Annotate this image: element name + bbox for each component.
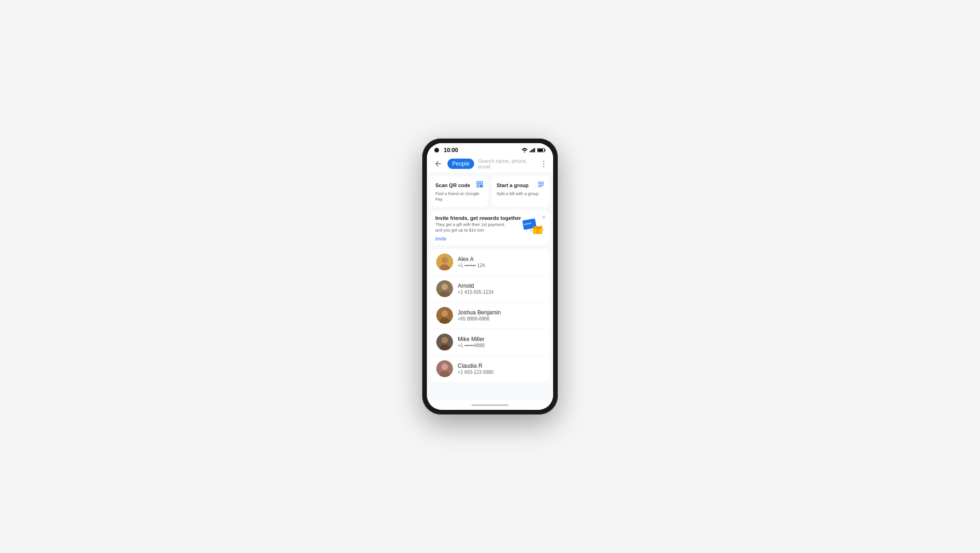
svg-rect-4 xyxy=(534,148,535,153)
battery-icon xyxy=(537,148,546,153)
home-indicator xyxy=(427,400,553,410)
svg-point-31 xyxy=(441,284,448,290)
avatar xyxy=(436,280,453,297)
scan-qr-card[interactable]: Scan QR code xyxy=(431,176,488,207)
contact-phone: +1 650-123-5880 xyxy=(458,370,544,375)
more-button[interactable]: ⋮ xyxy=(540,160,548,168)
svg-rect-14 xyxy=(482,187,483,187)
invite-desc: They get a gift with their 1st payment, … xyxy=(435,222,506,233)
top-bar: People Search name, phone, email ⋮ xyxy=(427,155,553,172)
contact-name: Arnold xyxy=(458,283,544,289)
contacts-list: Alex A +1 ••••••• 124 Arnold xyxy=(431,249,549,382)
contact-info: Claudia R +1 650-123-5880 xyxy=(458,363,544,375)
contact-phone: +1 ••••••9988 xyxy=(458,343,544,348)
contact-phone: +1 ••••••• 124 xyxy=(458,263,544,268)
signal-icon xyxy=(530,148,535,153)
qr-icon xyxy=(476,181,483,189)
svg-rect-10 xyxy=(477,185,479,187)
invite-banner: × Invite friends, get rewards together T… xyxy=(431,211,549,245)
svg-rect-23 xyxy=(537,226,539,234)
contact-item[interactable]: Joshua Benjamin +65 8888-8888 xyxy=(431,302,549,329)
home-bar xyxy=(471,404,509,406)
svg-point-0 xyxy=(524,152,525,153)
avatar xyxy=(436,307,453,324)
start-group-card[interactable]: Start a group Split a bill with a group xyxy=(492,176,549,207)
screen-content: Scan QR code xyxy=(427,172,553,400)
svg-rect-6 xyxy=(545,149,546,151)
svg-rect-18 xyxy=(538,187,542,187)
camera-notch xyxy=(434,148,439,153)
svg-rect-9 xyxy=(480,182,483,184)
list-icon xyxy=(537,181,545,189)
wifi-icon xyxy=(521,148,528,153)
avatar xyxy=(436,254,453,270)
contact-info: Arnold +1 415-555-1234 xyxy=(458,283,544,295)
svg-rect-2 xyxy=(531,150,532,152)
back-button[interactable] xyxy=(432,158,444,169)
contact-item[interactable]: Claudia R +1 650-123-5880 xyxy=(431,356,549,382)
people-tab[interactable]: People xyxy=(447,159,474,169)
avatar xyxy=(436,360,453,377)
contact-name: Joshua Benjamin xyxy=(458,309,544,316)
svg-rect-17 xyxy=(538,185,544,185)
search-field[interactable]: Search name, phone, email xyxy=(478,158,536,169)
phone-screen: 10:00 xyxy=(427,143,553,410)
contact-item[interactable]: Alex A +1 ••••••• 124 xyxy=(431,249,549,276)
svg-rect-15 xyxy=(538,182,544,182)
svg-rect-8 xyxy=(477,182,479,184)
contact-info: Alex A +1 ••••••• 124 xyxy=(458,256,544,268)
status-bar: 10:00 xyxy=(427,143,553,155)
svg-point-40 xyxy=(441,364,448,370)
start-group-title: Start a group xyxy=(497,182,528,188)
action-cards: Scan QR code xyxy=(431,176,549,207)
contact-info: Joshua Benjamin +65 8888-8888 xyxy=(458,309,544,321)
phone-device: 10:00 xyxy=(422,138,558,415)
svg-point-26 xyxy=(542,229,544,231)
svg-rect-3 xyxy=(533,149,533,153)
contact-phone: +1 415-555-1234 xyxy=(458,290,544,295)
scan-qr-desc: Find a friend on Google Pay xyxy=(435,191,483,202)
invite-illustration xyxy=(521,214,547,240)
contact-item[interactable]: Arnold +1 415-555-1234 xyxy=(431,276,549,302)
start-group-desc: Split a bill with a group xyxy=(497,191,545,197)
contact-phone: +65 8888-8888 xyxy=(458,316,544,321)
svg-rect-11 xyxy=(480,185,481,186)
status-icons xyxy=(521,148,546,153)
scan-qr-title: Scan QR code xyxy=(435,182,470,188)
svg-rect-12 xyxy=(482,185,483,185)
svg-rect-16 xyxy=(538,183,544,184)
contact-info: Mike Miller +1 ••••••9988 xyxy=(458,336,544,348)
svg-rect-1 xyxy=(530,151,531,153)
contact-name: Mike Miller xyxy=(458,336,544,342)
contact-item[interactable]: Mike Miller +1 ••••••9988 xyxy=(431,329,549,356)
svg-rect-7 xyxy=(538,149,543,151)
status-time: 10:00 xyxy=(444,147,458,153)
contact-name: Alex A xyxy=(458,256,544,262)
svg-point-34 xyxy=(441,310,448,317)
svg-rect-13 xyxy=(480,187,481,187)
svg-point-37 xyxy=(441,337,448,343)
contact-name: Claudia R xyxy=(458,363,544,369)
svg-point-28 xyxy=(441,257,448,263)
svg-point-25 xyxy=(540,225,542,226)
avatar xyxy=(436,334,453,350)
svg-point-24 xyxy=(530,230,532,232)
